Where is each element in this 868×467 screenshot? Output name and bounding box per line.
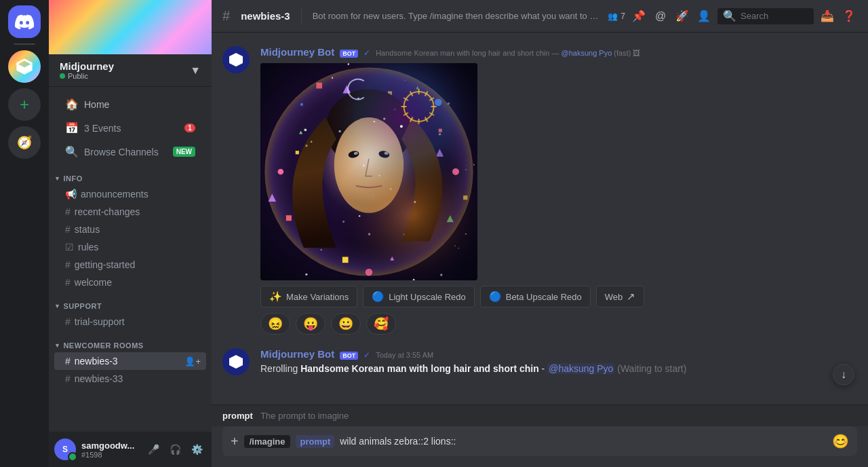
collapse-icon: ▼ [54, 175, 60, 182]
hash-icon: # [65, 373, 71, 384]
inbox-button[interactable]: 📥 [819, 8, 835, 24]
add-member-icon[interactable]: 👤+ [184, 356, 201, 367]
home-icon: 🏠 [65, 98, 79, 111]
hash-icon: # [65, 356, 71, 367]
search-input[interactable] [741, 11, 808, 21]
members-list-button[interactable]: 👤 [696, 8, 712, 24]
settings-button[interactable]: ⚙️ [187, 440, 206, 459]
attach-icon[interactable]: + [231, 434, 239, 449]
header-actions: 👥 7 📌 @ 🚀 👤 🔍 📥 ❓ [608, 8, 857, 24]
headset-button[interactable]: 🎧 [165, 440, 184, 459]
category-newcomer-rooms[interactable]: ▼ NEWCOMER ROOMS [49, 331, 212, 352]
events-icon: 📅 [65, 122, 79, 134]
channel-sidebar: Midjourney Public ▼ 🏠 Home 📅 3 Events 1 [49, 0, 212, 467]
verified-icon: ✓ [363, 48, 370, 58]
bot-reroll-content: Midjourney Bot BOT ✓ Today at 3:55 AM Re… [260, 348, 857, 376]
reaction-grin[interactable]: 😀 [331, 313, 361, 335]
make-variations-button[interactable]: ✨ Make Variations [260, 286, 357, 307]
message-input-container: + /imagine prompt 😊 [222, 426, 857, 456]
channel-newbies-3[interactable]: # newbies-3 👤+ [54, 352, 206, 370]
mention-filter-button[interactable]: @ [652, 8, 669, 24]
member-count: 👥 7 [608, 12, 625, 21]
web-button[interactable]: Web ↗ [596, 286, 645, 307]
boost-button[interactable]: 🚀 [674, 8, 690, 24]
channel-trial-support[interactable]: # trial-support [54, 313, 206, 331]
members-icon: 👥 [608, 12, 618, 21]
message-input[interactable] [340, 436, 827, 447]
beta-upscale-redo-button[interactable]: 🔵 Beta Upscale Redo [480, 286, 591, 307]
scroll-to-bottom-button[interactable]: ↓ [833, 364, 854, 386]
pin-button[interactable]: 📌 [631, 8, 647, 24]
prompt-label: prompt [222, 411, 253, 421]
reaction-love[interactable]: 🥰 [366, 313, 396, 335]
category-info[interactable]: ▼ INFO [49, 164, 212, 185]
server-header[interactable]: Midjourney Public ▼ [49, 54, 212, 87]
status-dot [60, 73, 65, 79]
bot-author-name: Midjourney Bot [260, 46, 334, 58]
channel-getting-started[interactable]: # getting-started [54, 256, 206, 274]
bot-message-content: Midjourney Bot BOT ✓ Handsome Korean man… [260, 46, 857, 335]
channel-rules[interactable]: ☑ rules [54, 238, 206, 256]
message-group-bot-image: Midjourney Bot BOT ✓ Handsome Korean man… [222, 43, 857, 337]
bot-author-name-2: Midjourney Bot [260, 348, 334, 360]
category-support[interactable]: ▼ SUPPORT [49, 291, 212, 313]
server-divider [14, 43, 35, 45]
explore-button[interactable]: 🧭 [8, 126, 41, 159]
add-server-button[interactable]: + [8, 88, 41, 121]
channel-recent-changes[interactable]: # recent-changes [54, 203, 206, 221]
bot-badge-2: BOT [340, 352, 358, 360]
hash-icon: 📢 [65, 189, 77, 200]
collapse-icon: ▼ [54, 303, 60, 310]
bot-avatar-2 [222, 348, 250, 375]
prompt-tag: prompt [296, 435, 334, 448]
message-context: Handsome Korean man with long hair and s… [376, 49, 640, 57]
server-banner [49, 0, 212, 54]
external-link-icon: ↗ [627, 291, 635, 303]
chevron-down-icon: ▼ [190, 64, 201, 77]
channel-welcome[interactable]: # welcome [54, 274, 206, 291]
nav-home[interactable]: 🏠 Home [54, 92, 206, 116]
emoji-picker-icon[interactable]: 😊 [832, 433, 849, 449]
main-wrapper: Midjourney Bot BOT ✓ Handsome Korean man… [212, 33, 868, 467]
header-divider [301, 8, 302, 24]
prompt-hint: The prompt to imagine [260, 411, 349, 421]
server-status: Public [60, 72, 114, 80]
messages-area: Midjourney Bot BOT ✓ Handsome Korean man… [212, 33, 868, 405]
discord-logo[interactable] [8, 5, 41, 38]
hash-icon: # [65, 224, 71, 235]
command-tag: /imagine [244, 435, 291, 448]
emoji-reactions: 😖 😛 😀 🥰 [260, 313, 857, 335]
hash-icon: # [65, 277, 71, 288]
nav-browse-channels[interactable]: 🔍 Browse Channels NEW [54, 140, 206, 164]
user-avatar: S [54, 438, 76, 460]
channel-header: # newbies-3 Bot room for new users. Type… [212, 0, 868, 33]
reaction-angry[interactable]: 😖 [260, 313, 290, 335]
channel-announcements[interactable]: 📢 announcements [54, 185, 206, 203]
reroll-text: Rerolling Handsome Korean man with long … [260, 362, 857, 376]
channel-hash-icon: # [222, 8, 230, 24]
channel-newbies-33[interactable]: # newbies-33 [54, 370, 206, 388]
variations-icon: ✨ [269, 291, 282, 303]
message-header: Midjourney Bot BOT ✓ Handsome Korean man… [260, 46, 857, 58]
channel-header-name: newbies-3 [241, 10, 290, 22]
user-controls: 🎤 🎧 ⚙️ [144, 440, 206, 459]
action-buttons: ✨ Make Variations 🔵 Light Upscale Redo 🔵… [260, 286, 857, 307]
server-icon-midjourney[interactable] [8, 50, 41, 83]
message-group-bot-reroll: Midjourney Bot BOT ✓ Today at 3:55 AM Re… [222, 345, 857, 379]
help-button[interactable]: ❓ [841, 8, 857, 24]
collapse-icon: ▼ [54, 342, 60, 349]
microphone-button[interactable]: 🎤 [144, 440, 163, 459]
prompt-hint-bar: prompt The prompt to imagine [212, 405, 868, 426]
reaction-tongue[interactable]: 😛 [296, 313, 326, 335]
input-area: + /imagine prompt 😊 [212, 426, 868, 467]
username: samgoodw... [81, 441, 138, 451]
nav-events[interactable]: 📅 3 Events 1 [54, 116, 206, 140]
hash-icon: # [65, 259, 71, 270]
rules-icon: ☑ [65, 242, 74, 253]
beta-upscale-icon: 🔵 [489, 291, 502, 303]
channel-status[interactable]: # status [54, 221, 206, 238]
search-bar[interactable]: 🔍 [717, 8, 814, 24]
user-tag: #1598 [81, 451, 138, 459]
light-upscale-redo-button[interactable]: 🔵 Light Upscale Redo [363, 286, 474, 307]
search-icon: 🔍 [723, 10, 736, 22]
